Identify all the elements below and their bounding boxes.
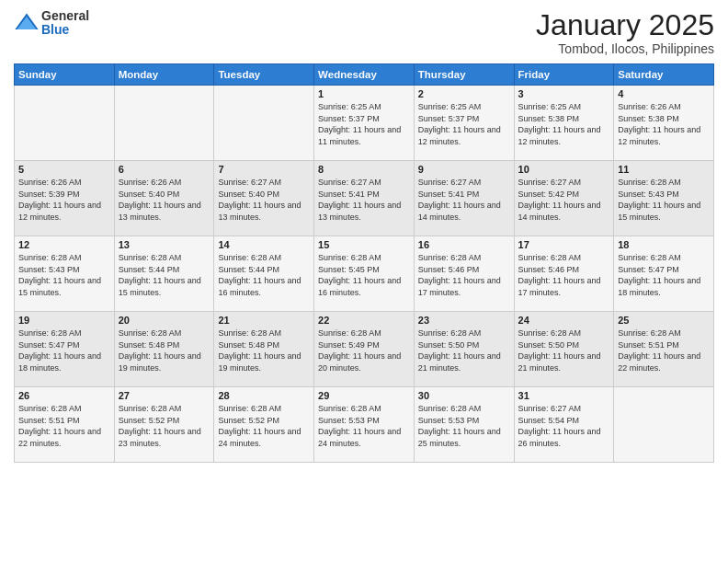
- calendar-subtitle: Tombod, Ilocos, Philippines: [536, 41, 714, 56]
- day-number: 24: [518, 315, 610, 326]
- calendar-cell-w5-d2: 28Sunrise: 6:28 AM Sunset: 5:52 PM Dayli…: [214, 387, 314, 463]
- calendar-cell-w5-d6: [614, 387, 714, 463]
- calendar-cell-w3-d1: 13Sunrise: 6:28 AM Sunset: 5:44 PM Dayli…: [114, 236, 214, 312]
- calendar-cell-w4-d6: 25Sunrise: 6:28 AM Sunset: 5:51 PM Dayli…: [614, 312, 714, 387]
- page: General Blue January 2025 Tombod, Ilocos…: [0, 0, 728, 563]
- day-number: 1: [318, 88, 410, 99]
- calendar-week-3: 12Sunrise: 6:28 AM Sunset: 5:43 PM Dayli…: [15, 236, 714, 312]
- title-block: January 2025 Tombod, Ilocos, Philippines: [536, 9, 714, 56]
- calendar-cell-w1-d4: 2Sunrise: 6:25 AM Sunset: 5:37 PM Daylig…: [414, 86, 514, 161]
- cell-info: Sunrise: 6:27 AM Sunset: 5:41 PM Dayligh…: [318, 177, 410, 223]
- header-thursday: Thursday: [414, 64, 514, 86]
- day-number: 19: [18, 315, 110, 326]
- cell-info: Sunrise: 6:28 AM Sunset: 5:44 PM Dayligh…: [119, 252, 210, 298]
- calendar-cell-w3-d6: 18Sunrise: 6:28 AM Sunset: 5:47 PM Dayli…: [614, 236, 714, 312]
- calendar-cell-w3-d3: 15Sunrise: 6:28 AM Sunset: 5:45 PM Dayli…: [314, 236, 415, 312]
- day-number: 3: [518, 88, 610, 99]
- cell-info: Sunrise: 6:27 AM Sunset: 5:42 PM Dayligh…: [518, 177, 610, 223]
- cell-info: Sunrise: 6:28 AM Sunset: 5:51 PM Dayligh…: [618, 327, 710, 373]
- day-number: 12: [18, 239, 110, 250]
- day-number: 13: [119, 239, 210, 250]
- generalblue-logo-icon: [14, 10, 40, 36]
- cell-info: Sunrise: 6:26 AM Sunset: 5:38 PM Dayligh…: [618, 101, 710, 147]
- day-number: 29: [318, 390, 410, 401]
- cell-info: Sunrise: 6:28 AM Sunset: 5:51 PM Dayligh…: [18, 403, 110, 449]
- calendar-cell-w5-d4: 30Sunrise: 6:28 AM Sunset: 5:53 PM Dayli…: [414, 387, 514, 463]
- day-number: 22: [318, 315, 410, 326]
- calendar-cell-w1-d2: [214, 86, 314, 161]
- calendar-cell-w1-d1: [114, 86, 214, 161]
- cell-info: Sunrise: 6:25 AM Sunset: 5:38 PM Dayligh…: [518, 101, 610, 147]
- calendar-cell-w5-d1: 27Sunrise: 6:28 AM Sunset: 5:52 PM Dayli…: [114, 387, 214, 463]
- cell-info: Sunrise: 6:28 AM Sunset: 5:50 PM Dayligh…: [418, 327, 510, 373]
- cell-info: Sunrise: 6:28 AM Sunset: 5:53 PM Dayligh…: [318, 403, 410, 449]
- day-number: 14: [218, 239, 310, 250]
- header-saturday: Saturday: [614, 64, 714, 86]
- calendar-cell-w2-d1: 6Sunrise: 6:26 AM Sunset: 5:40 PM Daylig…: [114, 161, 214, 236]
- calendar-cell-w4-d4: 23Sunrise: 6:28 AM Sunset: 5:50 PM Dayli…: [414, 312, 514, 387]
- day-number: 27: [119, 390, 210, 401]
- day-number: 7: [218, 164, 310, 175]
- day-number: 4: [618, 88, 710, 99]
- header-sunday: Sunday: [15, 64, 115, 86]
- day-number: 30: [418, 390, 510, 401]
- cell-info: Sunrise: 6:28 AM Sunset: 5:46 PM Dayligh…: [518, 252, 610, 298]
- cell-info: Sunrise: 6:27 AM Sunset: 5:41 PM Dayligh…: [418, 177, 510, 223]
- calendar-cell-w4-d5: 24Sunrise: 6:28 AM Sunset: 5:50 PM Dayli…: [514, 312, 614, 387]
- calendar-table: Sunday Monday Tuesday Wednesday Thursday…: [14, 63, 714, 463]
- calendar-week-1: 1Sunrise: 6:25 AM Sunset: 5:37 PM Daylig…: [15, 86, 714, 161]
- calendar-cell-w1-d6: 4Sunrise: 6:26 AM Sunset: 5:38 PM Daylig…: [614, 86, 714, 161]
- day-number: 5: [18, 164, 110, 175]
- cell-info: Sunrise: 6:28 AM Sunset: 5:48 PM Dayligh…: [119, 327, 210, 373]
- logo-general: General: [41, 9, 89, 23]
- calendar-cell-w2-d0: 5Sunrise: 6:26 AM Sunset: 5:39 PM Daylig…: [15, 161, 115, 236]
- cell-info: Sunrise: 6:28 AM Sunset: 5:49 PM Dayligh…: [318, 327, 410, 373]
- calendar-cell-w3-d4: 16Sunrise: 6:28 AM Sunset: 5:46 PM Dayli…: [414, 236, 514, 312]
- day-number: 25: [618, 315, 710, 326]
- cell-info: Sunrise: 6:28 AM Sunset: 5:52 PM Dayligh…: [218, 403, 310, 449]
- calendar-cell-w4-d0: 19Sunrise: 6:28 AM Sunset: 5:47 PM Dayli…: [15, 312, 115, 387]
- cell-info: Sunrise: 6:25 AM Sunset: 5:37 PM Dayligh…: [418, 101, 510, 147]
- calendar-cell-w2-d6: 11Sunrise: 6:28 AM Sunset: 5:43 PM Dayli…: [614, 161, 714, 236]
- calendar-cell-w3-d2: 14Sunrise: 6:28 AM Sunset: 5:44 PM Dayli…: [214, 236, 314, 312]
- cell-info: Sunrise: 6:26 AM Sunset: 5:40 PM Dayligh…: [119, 177, 210, 223]
- day-number: 8: [318, 164, 410, 175]
- header-monday: Monday: [114, 64, 214, 86]
- header-tuesday: Tuesday: [214, 64, 314, 86]
- day-number: 2: [418, 88, 510, 99]
- logo-blue: Blue: [41, 23, 89, 37]
- calendar-cell-w4-d3: 22Sunrise: 6:28 AM Sunset: 5:49 PM Dayli…: [314, 312, 415, 387]
- day-number: 21: [218, 315, 310, 326]
- cell-info: Sunrise: 6:28 AM Sunset: 5:50 PM Dayligh…: [518, 327, 610, 373]
- day-number: 18: [618, 239, 710, 250]
- day-number: 31: [518, 390, 610, 401]
- logo: General Blue: [14, 9, 89, 38]
- day-number: 17: [518, 239, 610, 250]
- day-number: 10: [518, 164, 610, 175]
- calendar-cell-w1-d5: 3Sunrise: 6:25 AM Sunset: 5:38 PM Daylig…: [514, 86, 614, 161]
- day-number: 23: [418, 315, 510, 326]
- cell-info: Sunrise: 6:28 AM Sunset: 5:43 PM Dayligh…: [618, 177, 710, 223]
- calendar-header-row: Sunday Monday Tuesday Wednesday Thursday…: [15, 64, 714, 86]
- calendar-cell-w5-d5: 31Sunrise: 6:27 AM Sunset: 5:54 PM Dayli…: [514, 387, 614, 463]
- calendar-week-2: 5Sunrise: 6:26 AM Sunset: 5:39 PM Daylig…: [15, 161, 714, 236]
- cell-info: Sunrise: 6:28 AM Sunset: 5:47 PM Dayligh…: [618, 252, 710, 298]
- day-number: 11: [618, 164, 710, 175]
- day-number: 6: [119, 164, 210, 175]
- day-number: 15: [318, 239, 410, 250]
- day-number: 28: [218, 390, 310, 401]
- calendar-week-5: 26Sunrise: 6:28 AM Sunset: 5:51 PM Dayli…: [15, 387, 714, 463]
- day-number: 20: [119, 315, 210, 326]
- calendar-cell-w2-d4: 9Sunrise: 6:27 AM Sunset: 5:41 PM Daylig…: [414, 161, 514, 236]
- calendar-cell-w4-d2: 21Sunrise: 6:28 AM Sunset: 5:48 PM Dayli…: [214, 312, 314, 387]
- cell-info: Sunrise: 6:28 AM Sunset: 5:44 PM Dayligh…: [218, 252, 310, 298]
- calendar-cell-w2-d3: 8Sunrise: 6:27 AM Sunset: 5:41 PM Daylig…: [314, 161, 415, 236]
- cell-info: Sunrise: 6:28 AM Sunset: 5:46 PM Dayligh…: [418, 252, 510, 298]
- cell-info: Sunrise: 6:28 AM Sunset: 5:48 PM Dayligh…: [218, 327, 310, 373]
- calendar-title: January 2025: [536, 9, 714, 41]
- cell-info: Sunrise: 6:28 AM Sunset: 5:53 PM Dayligh…: [418, 403, 510, 449]
- cell-info: Sunrise: 6:25 AM Sunset: 5:37 PM Dayligh…: [318, 101, 410, 147]
- logo-text: General Blue: [41, 9, 89, 38]
- header-wednesday: Wednesday: [314, 64, 415, 86]
- cell-info: Sunrise: 6:28 AM Sunset: 5:47 PM Dayligh…: [18, 327, 110, 373]
